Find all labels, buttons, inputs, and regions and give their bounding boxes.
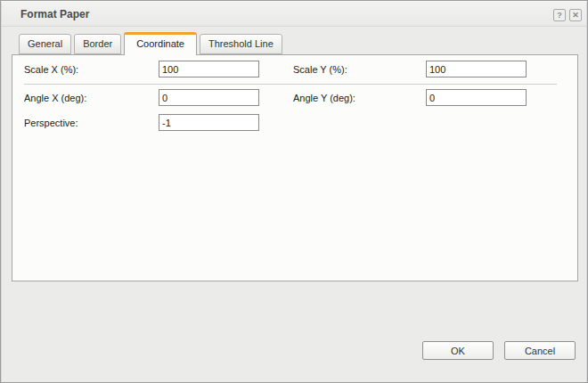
angle-y-input[interactable] [426,89,527,106]
scale-y-label: Scale Y (%): [293,61,347,78]
tab-coordinate[interactable]: Coordinate [124,32,197,55]
coordinate-tab-panel: Scale X (%): Scale Y (%): Angle X (deg):… [12,54,578,281]
scale-row: Scale X (%): Scale Y (%): [12,61,577,78]
format-paper-dialog: Format Paper ? ✕ General Border Coordina… [0,0,588,383]
perspective-row: Perspective: [12,114,577,132]
help-icon[interactable]: ? [553,9,566,21]
angle-x-input[interactable] [159,89,259,106]
tab-general[interactable]: General [19,34,71,54]
scale-x-label: Scale X (%): [24,61,78,78]
section-separator [24,84,557,85]
ok-button[interactable]: OK [422,341,494,360]
dialog-title: Format Paper [20,8,89,20]
perspective-label: Perspective: [24,114,78,132]
tab-strip: General Border Coordinate Threshold Line [19,32,282,56]
angle-y-label: Angle Y (deg): [293,89,355,107]
scale-x-input[interactable] [159,61,259,77]
tab-threshold-line[interactable]: Threshold Line [200,34,282,54]
angle-x-label: Angle X (deg): [24,89,86,107]
close-icon[interactable]: ✕ [569,9,582,21]
scale-y-input[interactable] [426,61,527,77]
cancel-button[interactable]: Cancel [504,341,576,360]
angle-row: Angle X (deg): Angle Y (deg): [12,89,577,107]
title-bar[interactable]: Format Paper ? ✕ [2,2,586,27]
perspective-input[interactable] [159,114,259,131]
tab-border[interactable]: Border [74,34,121,54]
